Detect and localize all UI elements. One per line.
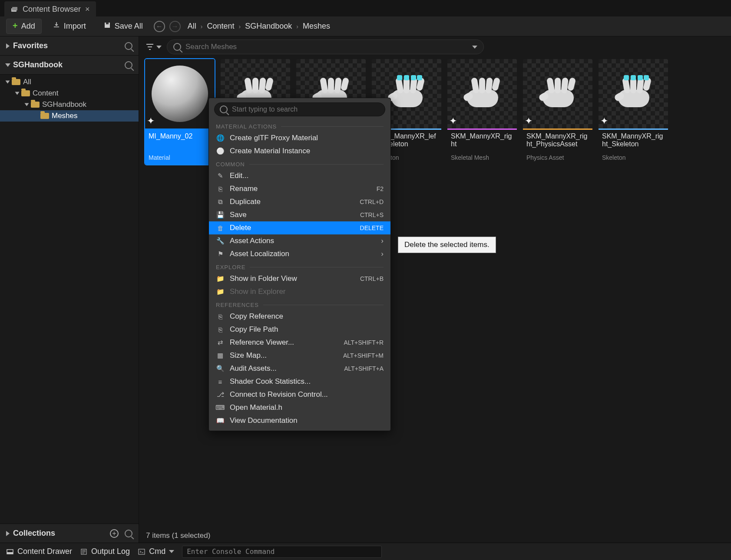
breadcrumb-item[interactable]: SGHandbook (245, 22, 292, 31)
context-menu: MATERIAL ACTIONS🌐Create glTF Proxy Mater… (208, 98, 391, 431)
shortcut-label: ALT+SHIFT+M (343, 352, 384, 359)
asset-name: MI_Manny_02 (145, 130, 215, 154)
context-menu-item-connect-to-revision-control[interactable]: ⎇Connect to Revision Control... (209, 388, 390, 401)
asset-name: SKM_MannyXR_right_Skeleton (599, 130, 668, 154)
folder-stack-icon (10, 6, 18, 13)
project-section-header[interactable]: SGHandbook (0, 56, 139, 75)
breadcrumb-item[interactable]: Content (207, 22, 234, 31)
tree-row-content[interactable]: Content (0, 88, 139, 99)
favorites-section-header[interactable]: Favorites (0, 36, 139, 56)
star-icon: ✦ (525, 115, 533, 127)
asset-type: Material (145, 154, 215, 165)
terminal-icon (138, 548, 146, 556)
pencil-icon: ✎ (216, 171, 225, 180)
tree-row-meshes[interactable]: Meshes (0, 110, 139, 122)
status-bar: 7 items (1 selected) (139, 529, 731, 543)
context-menu-item-rename[interactable]: ⎘RenameF2 (209, 182, 390, 195)
rename-icon: ⎘ (216, 184, 225, 193)
plus-icon: + (13, 21, 18, 31)
add-button[interactable]: + Add (6, 19, 42, 34)
asset-card[interactable]: ✦SKM_MannyXR_right_SkeletonSkeleton (599, 59, 668, 165)
graph-icon: ⇄ (216, 338, 225, 347)
filter-button[interactable] (145, 42, 162, 52)
chevron-right-icon: › (201, 23, 203, 30)
asset-search-input[interactable] (167, 40, 484, 54)
shortcut-label: ALT+SHIFT+R (344, 339, 384, 346)
asset-card[interactable]: ✦SKM_MannyXR_rightSkeletal Mesh (447, 59, 517, 165)
svg-rect-5 (7, 552, 13, 554)
search-icon[interactable] (125, 530, 132, 537)
asset-card[interactable]: ✦MI_Manny_02Material (145, 59, 215, 165)
asset-card[interactable]: ✦SKM_MannyXR_right_PhysicsAssetPhysics A… (523, 59, 592, 165)
shortcut-label: DELETE (360, 224, 384, 231)
context-menu-item-reference-viewer[interactable]: ⇄Reference Viewer...ALT+SHIFT+R (209, 336, 390, 349)
context-menu-item-copy-reference[interactable]: ⎘Copy Reference (209, 310, 390, 323)
asset-thumbnail: ✦ (523, 59, 592, 128)
svg-rect-3 (106, 23, 109, 24)
output-log-button[interactable]: Output Log (80, 547, 130, 556)
search-icon (220, 105, 228, 113)
folder-icon (21, 90, 30, 96)
context-menu-item-asset-localization[interactable]: ⚑Asset Localization› (209, 247, 390, 260)
shortcut-label: F2 (377, 185, 384, 192)
tab-content-browser[interactable]: Content Browser × (4, 1, 96, 16)
chevron-down-icon (169, 550, 174, 553)
audit-icon: 🔍 (216, 364, 225, 373)
save-all-button[interactable]: Save All (97, 18, 149, 34)
context-menu-section-header: REFERENCES (209, 298, 390, 310)
nav-forward-button[interactable]: → (169, 21, 181, 32)
chevron-right-icon: › (381, 250, 384, 258)
asset-thumbnail: ✦ (447, 59, 517, 128)
context-menu-item-duplicate[interactable]: ⧉DuplicateCTRL+D (209, 195, 390, 208)
copy-icon: ⎘ (216, 312, 225, 321)
collections-section-header[interactable]: Collections + (0, 524, 139, 543)
context-menu-item-show-in-folder-view[interactable]: 📁Show in Folder ViewCTRL+B (209, 272, 390, 285)
import-button[interactable]: Import (46, 18, 93, 34)
add-collection-button[interactable]: + (110, 529, 119, 538)
drawer-icon (6, 548, 14, 556)
context-menu-search[interactable] (214, 102, 385, 116)
breadcrumb-item[interactable]: All (188, 22, 196, 31)
search-icon (173, 43, 181, 51)
context-menu-item-create-gltf-proxy-material[interactable]: 🌐Create glTF Proxy Material (209, 132, 390, 145)
context-menu-item-edit[interactable]: ✎Edit... (209, 169, 390, 182)
context-menu-item-audit-assets[interactable]: 🔍Audit Assets...ALT+SHIFT+A (209, 362, 390, 375)
chevron-right-icon: › (239, 23, 241, 30)
tree-row-all[interactable]: All (0, 76, 139, 88)
shortcut-label: CTRL+B (360, 275, 384, 282)
breadcrumb-item[interactable]: Meshes (303, 22, 330, 31)
folder-tree: AllContentSGHandbookMeshes (0, 75, 139, 524)
wrench-icon: 🔧 (216, 237, 225, 245)
chevron-icon (15, 92, 20, 95)
console-input[interactable]: Enter Console Command (182, 546, 382, 558)
asset-thumbnail: ✦ (599, 59, 668, 128)
tree-row-sghandbook[interactable]: SGHandbook (0, 99, 139, 110)
search-icon[interactable] (125, 61, 132, 69)
context-menu-item-asset-actions[interactable]: 🔧Asset Actions› (209, 234, 390, 247)
close-icon[interactable]: × (85, 5, 90, 14)
context-menu-item-view-documentation[interactable]: 📖View Documentation (209, 414, 390, 427)
log-icon (80, 548, 88, 556)
cmd-dropdown[interactable]: Cmd (138, 547, 174, 556)
context-menu-item-open-material-h[interactable]: ⌨Open Material.h (209, 401, 390, 414)
nav-back-button[interactable]: ← (154, 21, 165, 32)
cook-icon: ≡ (216, 377, 225, 386)
context-menu-item-delete[interactable]: 🗑DeleteDELETE (209, 221, 390, 234)
breadcrumb: All › Content › SGHandbook › Meshes (188, 22, 330, 31)
context-menu-item-copy-file-path[interactable]: ⎘Copy File Path (209, 323, 390, 336)
context-menu-item-save[interactable]: 💾SaveCTRL+S (209, 208, 390, 221)
context-menu-item-create-material-instance[interactable]: ⚪Create Material Instance (209, 145, 390, 158)
context-menu-section-header: MATERIAL ACTIONS (209, 120, 390, 132)
search-icon[interactable] (125, 42, 132, 50)
context-menu-item-size-map[interactable]: ▦Size Map...ALT+SHIFT+M (209, 349, 390, 362)
save-icon (103, 21, 111, 31)
chevron-down-icon[interactable] (472, 46, 477, 49)
shortcut-label: ALT+SHIFT+A (344, 365, 384, 372)
folder-icon (40, 113, 49, 119)
folder-icon (12, 79, 20, 85)
content-drawer-button[interactable]: Content Drawer (6, 547, 72, 556)
context-menu-item-shader-cook-statistics[interactable]: ≡Shader Cook Statistics... (209, 375, 390, 388)
asset-type: Skeleton (599, 154, 668, 165)
star-icon: ✦ (147, 115, 155, 127)
folder-icon: 📁 (216, 274, 225, 283)
